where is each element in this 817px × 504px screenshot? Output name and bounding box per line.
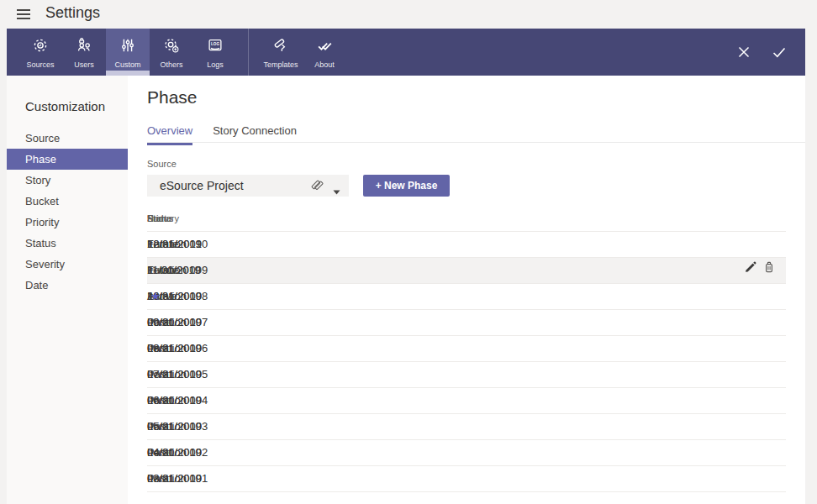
- double-check-icon: [315, 36, 334, 58]
- close-icon[interactable]: [736, 45, 751, 63]
- cell-status: Past: [147, 440, 169, 465]
- edit-pencil-icon[interactable]: [744, 258, 757, 271]
- top-bar: Settings: [0, 0, 817, 29]
- toolbar-label: Custom: [114, 60, 140, 69]
- toolbar-label: Users: [74, 60, 94, 69]
- cell-status: Past: [147, 388, 169, 413]
- table-row-iteration-002[interactable]: Iteration 002 04/01/2019 04/30/2019 Past: [147, 440, 786, 466]
- toolbar-label: Sources: [26, 60, 54, 69]
- sidebar-item-status[interactable]: Status: [7, 233, 128, 254]
- column-header-primary: Primary: [147, 213, 179, 223]
- cell-status: Past: [147, 414, 169, 439]
- chevron-down-icon: [333, 183, 340, 188]
- table-row-iteration-008[interactable]: Iteration 008 10/01/2019 10/31/2019 Acti…: [147, 284, 786, 310]
- toolbar-item-sources[interactable]: Sources: [18, 29, 62, 76]
- toolbar-label: Others: [160, 60, 182, 69]
- sidebar-item-source[interactable]: Source: [7, 128, 128, 149]
- cell-status: Past: [147, 362, 169, 387]
- toolbar-item-about[interactable]: About: [303, 29, 346, 76]
- source-dropdown[interactable]: eSource Project: [147, 175, 349, 197]
- table-row-iteration-009[interactable]: Iteration 009 11/01/2019 11/30/2019 Futu…: [147, 258, 786, 284]
- toolbar-item-logs[interactable]: LOG Logs: [193, 29, 237, 76]
- tab-overview[interactable]: Overview: [147, 123, 192, 142]
- delete-trash-icon[interactable]: [762, 258, 776, 271]
- customization-sidebar: Customization Source Phase Story Bucket …: [7, 76, 128, 504]
- toolbar-label: Templates: [263, 60, 298, 69]
- toolbar-label: Logs: [207, 60, 224, 69]
- sidebar-title: Customization: [7, 76, 128, 113]
- table-row-iteration-005[interactable]: Iteration 005 07/01/2019 07/31/2019 Past: [147, 362, 786, 388]
- source-field-label: Source: [147, 159, 177, 169]
- paint-roller-icon: [271, 36, 290, 58]
- star-outline-icon[interactable]: ☆: [147, 258, 164, 283]
- cell-status: Past: [147, 310, 169, 335]
- users-icon: [75, 36, 93, 58]
- page-title: Settings: [45, 4, 100, 22]
- table-row-iteration-006[interactable]: Iteration 006 08/01/2019 08/31/2019 Past: [147, 336, 786, 362]
- toolbar-item-others[interactable]: Others: [150, 29, 193, 76]
- toolbar-label: About: [314, 60, 335, 69]
- sources-gear-icon: [31, 36, 50, 58]
- hamburger-menu-icon[interactable]: [17, 9, 30, 19]
- table-row-iteration-010[interactable]: Iteration 010 12/01/2019 12/31/2019 Futu…: [147, 232, 786, 258]
- cell-status: Future: [147, 232, 179, 257]
- sidebar-item-story[interactable]: Story: [7, 170, 128, 191]
- sliders-icon: [119, 36, 137, 58]
- gear-plus-icon: [162, 36, 181, 58]
- svg-text:LOG: LOG: [211, 42, 219, 46]
- sidebar-item-bucket[interactable]: Bucket: [7, 191, 128, 212]
- cell-status: Past: [147, 466, 169, 491]
- sidebar-item-phase[interactable]: Phase: [7, 149, 128, 170]
- toolbar-divider: [248, 29, 249, 76]
- sidebar-item-severity[interactable]: Severity: [7, 254, 128, 275]
- section-title: Phase: [147, 87, 198, 108]
- table-row-iteration-003[interactable]: Iteration 003 05/01/2019 05/31/2019 Past: [147, 414, 786, 440]
- settings-window: Settings Sources: [0, 0, 817, 504]
- star-filled-icon[interactable]: ★: [147, 284, 164, 309]
- tab-story-connection[interactable]: Story Connection: [213, 123, 297, 142]
- sidebar-item-date[interactable]: Date: [7, 275, 128, 296]
- toolbar-item-custom[interactable]: Custom: [106, 29, 150, 76]
- new-phase-button[interactable]: + New Phase: [363, 175, 450, 197]
- source-dropdown-value: eSource Project: [147, 179, 309, 192]
- log-book-icon: LOG: [206, 36, 224, 58]
- toolbar-item-templates[interactable]: Templates: [259, 29, 303, 76]
- table-header: Name Start End Status Primary: [147, 210, 786, 232]
- phase-panel: Phase Overview Story Connection Source e…: [128, 76, 805, 504]
- toolbar-item-users[interactable]: Users: [62, 29, 106, 76]
- table-row-iteration-007[interactable]: Iteration 007 09/01/2019 09/30/2019 Past: [147, 310, 786, 336]
- settings-toolbar: Sources Users: [7, 29, 805, 76]
- phase-table: Name Start End Status Primary Iteration …: [147, 210, 786, 492]
- tags-icon: [309, 178, 324, 193]
- table-row-iteration-004[interactable]: Iteration 004 06/01/2019 06/30/2019 Past: [147, 388, 786, 414]
- cell-status: Past: [147, 336, 169, 361]
- table-row-iteration-001[interactable]: Iteration 001 03/01/2019 03/31/2019 Past: [147, 466, 786, 492]
- confirm-check-icon[interactable]: [772, 45, 787, 63]
- sidebar-item-priority[interactable]: Priority: [7, 212, 128, 233]
- tab-bar: Overview Story Connection: [147, 123, 805, 143]
